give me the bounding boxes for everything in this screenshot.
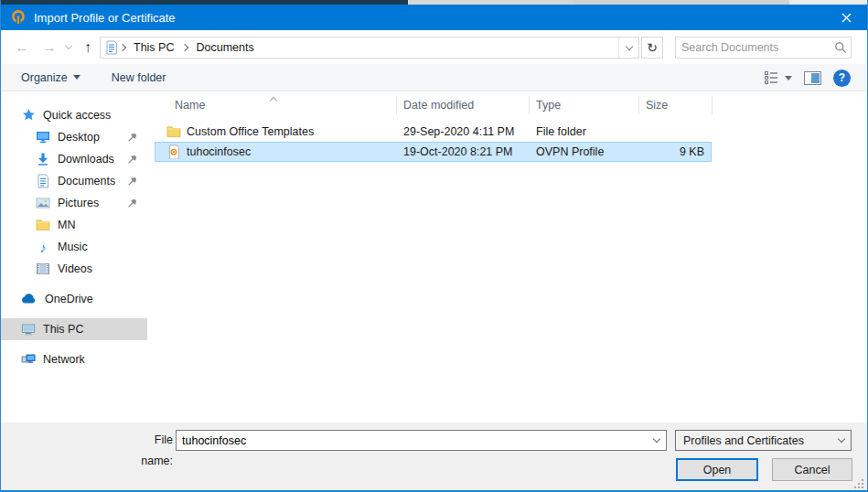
sidebar-item-this-pc[interactable]: This PC xyxy=(1,318,147,340)
sidebar-item-documents[interactable]: Documents xyxy=(1,170,147,192)
file-name-combobox xyxy=(176,430,667,451)
file-row-tuhocinfosec[interactable]: tuhocinfosec 19-Oct-2020 8:21 PM OVPN Pr… xyxy=(155,142,712,162)
refresh-button[interactable]: ↻ xyxy=(641,37,663,59)
onedrive-icon xyxy=(21,294,38,305)
sidebar-item-music[interactable]: ♪ Music xyxy=(1,236,147,258)
help-button[interactable]: ? xyxy=(833,70,851,87)
file-name: Custom Office Templates xyxy=(187,125,314,138)
computer-icon xyxy=(21,322,36,337)
dialog-footer: File name: Profiles and Certificates Ope… xyxy=(1,422,867,492)
sidebar-item-mn[interactable]: MN xyxy=(1,214,147,236)
address-dropdown-chevron-icon[interactable] xyxy=(618,37,638,58)
column-header-date-modified[interactable]: Date modified xyxy=(396,99,529,112)
breadcrumb-this-pc[interactable]: This PC xyxy=(125,37,182,58)
download-icon xyxy=(36,152,50,166)
caret-down-icon xyxy=(73,75,80,80)
pin-icon xyxy=(127,154,138,165)
quick-access-star-icon xyxy=(21,108,36,123)
sidebar-item-label: Network xyxy=(43,353,85,366)
search-box[interactable] xyxy=(675,37,852,59)
folder-icon xyxy=(36,218,50,232)
videos-icon xyxy=(36,262,50,276)
folder-icon xyxy=(166,124,181,139)
close-icon xyxy=(841,13,852,23)
titlebar: Import Profile or Certificate xyxy=(1,5,867,30)
organize-label: Organize xyxy=(21,71,68,84)
resize-grip[interactable] xyxy=(854,479,863,488)
file-name-dropdown-chevron-icon[interactable] xyxy=(648,431,666,450)
cancel-button-label: Cancel xyxy=(795,464,830,476)
column-divider[interactable] xyxy=(529,96,530,114)
file-date-modified: 19-Oct-2020 8:21 PM xyxy=(396,145,529,158)
navigation-bar: ← → ↑ This PC Documents ↻ xyxy=(1,30,867,64)
column-divider[interactable] xyxy=(638,96,639,114)
recent-locations-chevron-icon[interactable] xyxy=(61,30,76,64)
change-view-button[interactable] xyxy=(765,71,792,84)
open-button[interactable]: Open xyxy=(676,458,758,481)
openvpn-logo-icon xyxy=(10,9,27,26)
document-icon xyxy=(36,174,50,188)
file-size: 9 KB xyxy=(638,145,712,158)
file-list: Name Date modified Type Size Custom O xyxy=(147,91,867,422)
pin-icon xyxy=(127,198,138,209)
dialog-body: Quick access Desktop Downloads xyxy=(1,91,867,422)
sidebar-item-label: MN xyxy=(58,219,75,231)
file-name: tuhocinfosec xyxy=(187,145,251,158)
up-button[interactable]: ↑ xyxy=(76,30,100,64)
sidebar-item-quick-access[interactable]: Quick access xyxy=(1,104,147,126)
file-type-dropdown[interactable]: Profiles and Certificates xyxy=(675,430,852,451)
window-title: Import Profile or Certificate xyxy=(34,11,176,25)
close-button[interactable] xyxy=(825,5,867,30)
caret-down-icon xyxy=(785,76,792,80)
forward-button[interactable]: → xyxy=(38,30,61,64)
column-divider[interactable] xyxy=(396,96,397,114)
organize-button[interactable]: Organize xyxy=(21,71,80,84)
file-name-input[interactable] xyxy=(177,434,648,447)
address-bar[interactable]: This PC Documents xyxy=(100,37,639,59)
column-header-type[interactable]: Type xyxy=(529,99,638,112)
sidebar-item-pictures[interactable]: Pictures xyxy=(1,192,147,214)
sidebar-item-label: Videos xyxy=(58,262,92,275)
new-folder-label: New folder xyxy=(112,71,166,84)
search-icon xyxy=(834,41,847,54)
pin-icon xyxy=(127,176,138,187)
pin-icon xyxy=(127,132,138,143)
column-header-size[interactable]: Size xyxy=(638,99,712,112)
sidebar-item-label: This PC xyxy=(43,323,83,336)
sidebar-item-downloads[interactable]: Downloads xyxy=(1,148,147,170)
search-input[interactable] xyxy=(676,41,834,54)
new-folder-button[interactable]: New folder xyxy=(112,71,166,84)
file-type-dropdown-chevron-icon xyxy=(832,431,851,450)
refresh-icon: ↻ xyxy=(647,40,658,55)
sidebar-item-onedrive[interactable]: OneDrive xyxy=(1,288,147,310)
desktop-icon xyxy=(36,130,50,144)
sidebar-item-label: Desktop xyxy=(58,131,100,144)
file-name-label: File name: xyxy=(123,430,173,451)
file-type: File folder xyxy=(529,125,638,138)
import-dialog-window: Import Profile or Certificate ← → ↑ This… xyxy=(0,0,868,492)
ovpn-file-icon xyxy=(166,144,181,159)
navigation-sidebar: Quick access Desktop Downloads xyxy=(1,91,147,422)
network-icon xyxy=(21,352,36,367)
sidebar-item-label: Pictures xyxy=(58,197,99,209)
cancel-button[interactable]: Cancel xyxy=(772,458,852,481)
column-header-row: Name Date modified Type Size xyxy=(155,91,867,119)
location-document-icon xyxy=(105,40,118,55)
open-button-label: Open xyxy=(703,464,732,476)
file-type: OVPN Profile xyxy=(529,145,638,158)
back-button[interactable]: ← xyxy=(10,30,34,64)
preview-pane-button[interactable] xyxy=(804,71,821,85)
sidebar-item-label: Music xyxy=(58,241,88,253)
sidebar-item-videos[interactable]: Videos xyxy=(1,258,147,280)
sidebar-item-label: Quick access xyxy=(43,109,111,122)
sidebar-item-desktop[interactable]: Desktop xyxy=(1,126,147,148)
sidebar-item-network[interactable]: Network xyxy=(1,348,147,370)
file-type-value: Profiles and Certificates xyxy=(676,434,832,447)
file-row-custom-office-templates[interactable]: Custom Office Templates 29-Sep-2020 4:11… xyxy=(155,122,712,142)
breadcrumb-documents[interactable]: Documents xyxy=(188,37,262,58)
column-divider[interactable] xyxy=(712,96,713,114)
sidebar-item-label: Documents xyxy=(58,175,115,187)
pictures-icon xyxy=(36,196,50,210)
command-toolbar: Organize New folder ? xyxy=(1,64,867,91)
sidebar-item-label: OneDrive xyxy=(45,293,93,305)
